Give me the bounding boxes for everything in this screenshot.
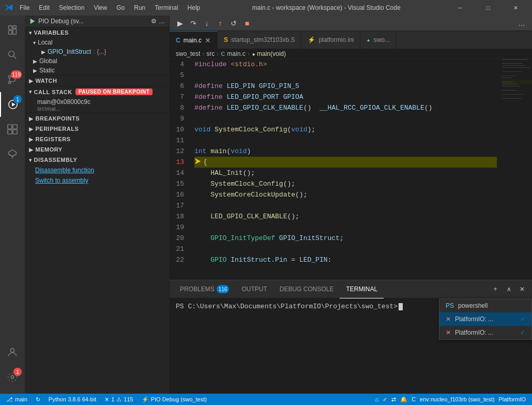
status-lang[interactable]: C (409, 396, 418, 402)
platformio1-check: ✓ (520, 316, 525, 323)
menu-run[interactable]: Run (130, 3, 149, 12)
switch-to-assembly-link[interactable]: Switch to assembly (25, 175, 169, 186)
breadcrumb-src[interactable]: src (206, 50, 215, 57)
debug-restart-btn[interactable]: ↺ (227, 17, 240, 29)
tab-problems[interactable]: PROBLEMS 116 (174, 280, 235, 298)
maximize-button[interactable]: □ (476, 0, 500, 16)
tab-platformio[interactable]: ⚡ platformio.ini (301, 31, 360, 49)
debug-settings-btn[interactable]: ⚙ (151, 18, 157, 25)
variables-global-header[interactable]: ▶ Global (25, 56, 169, 66)
peripherals-section: ▶ PERIPHERALS (25, 124, 169, 134)
terminal-platformio1-item[interactable]: ✕ PlatformIO: ... ✓ (439, 312, 531, 326)
platformio1-label: PlatformIO: ... (455, 316, 493, 323)
panel-add-btn[interactable]: + (490, 283, 501, 295)
callstack-header[interactable]: ▾ CALL STACK PAUSED ON BREAKPOINT (25, 86, 169, 97)
tab-terminal[interactable]: TERMINAL (340, 280, 384, 298)
menu-view[interactable]: View (89, 3, 111, 12)
variables-local-header[interactable]: ▾ Local (25, 38, 169, 47)
breakpoints-section: ▶ BREAKPOINTS (25, 113, 169, 124)
code-line-4: #include <stdio.h> (194, 59, 497, 70)
status-sync[interactable]: ↻ (34, 396, 42, 403)
tab-swo-label: swo... (373, 36, 389, 43)
status-platformio[interactable]: PlatformIO (496, 396, 528, 402)
peripherals-header[interactable]: ▶ PERIPHERALS (25, 124, 169, 134)
status-arrows[interactable]: ⇄ (389, 396, 398, 403)
tab-swo[interactable]: ⬥ swo... (360, 31, 396, 49)
minimize-button[interactable]: ─ (448, 0, 472, 16)
activity-scm[interactable]: 119 (0, 67, 25, 92)
output-label: OUTPUT (241, 286, 267, 293)
debug-label: PIO Debug (swo_test) (151, 396, 207, 402)
close-button[interactable]: ✕ (504, 0, 528, 16)
disassemble-function-link[interactable]: Disassemble function (25, 165, 169, 175)
status-errors[interactable]: ✕ 1 ⚠ 115 (102, 396, 135, 403)
tab-startup[interactable]: S startup_stm32f103xb.S (218, 31, 301, 49)
status-debug[interactable]: ⚡ PIO Debug (swo_test) (140, 396, 209, 403)
debug-stepout-btn[interactable]: ↑ (214, 17, 226, 29)
disassembly-section: ▾ DISASSEMBLY Disassemble function Switc… (25, 155, 169, 186)
disassembly-label: DISASSEMBLY (34, 157, 78, 163)
panel-actions: + ∧ ✕ (490, 283, 528, 295)
debug-stop-btn[interactable]: ■ (241, 17, 253, 29)
svg-rect-12 (13, 125, 17, 129)
activity-search[interactable] (0, 42, 25, 67)
platformio2-icon: ✕ (446, 329, 451, 336)
activity-settings[interactable]: 1 (0, 365, 25, 389)
status-bar: ⎇ main ↻ Python 3.8.6 64-bit ✕ 1 ⚠ 115 ⚡… (0, 394, 532, 405)
activity-account[interactable] (0, 340, 25, 365)
error-count: 1 (111, 396, 114, 402)
callstack-item[interactable]: main@0x08000c9c src\mai... (25, 97, 169, 113)
menu-help[interactable]: Help (184, 3, 205, 12)
svg-rect-3 (13, 29, 16, 34)
activity-explorer[interactable] (0, 18, 25, 42)
menu-edit[interactable]: Edit (35, 3, 54, 12)
registers-label: REGISTERS (36, 136, 71, 142)
activity-platformio[interactable] (0, 142, 25, 167)
breadcrumb-swo-test[interactable]: swo_test (176, 50, 200, 57)
status-bell[interactable]: 🔔 (398, 396, 409, 403)
status-python[interactable]: Python 3.8.6 64-bit (47, 396, 98, 402)
debug-stepover-btn[interactable]: ↷ (187, 17, 200, 29)
status-env[interactable]: env:nucleo_f103rb (swo_test) (418, 396, 496, 402)
menu-go[interactable]: Go (112, 3, 129, 12)
tab-output[interactable]: OUTPUT (235, 280, 273, 298)
debug-stepinto-btn[interactable]: ↓ (201, 17, 213, 29)
status-home[interactable]: ⌂ (373, 396, 381, 402)
code-editor[interactable]: 4 5 6 7 8 9 10 11 12 13 14 15 16 17 18 1… (170, 59, 532, 280)
code-content[interactable]: #include <stdio.h> #define LED_PIN GPIO_… (190, 59, 501, 280)
breadcrumb-main-c[interactable]: main.c (227, 50, 245, 57)
tab-main-c-label: main.c (184, 37, 202, 44)
breadcrumb-main-void[interactable]: ⬥ main(void) (252, 50, 286, 57)
registers-header[interactable]: ▶ REGISTERS (25, 134, 169, 144)
terminal-powershell-item[interactable]: PS powershell (439, 299, 531, 312)
activity-extensions[interactable] (0, 117, 25, 142)
menu-file[interactable]: File (16, 3, 34, 12)
variables-gpio-item[interactable]: ▶ GPIO_InitStruct : {...} (25, 47, 169, 56)
svg-line-5 (13, 56, 16, 58)
code-line-5 (194, 70, 497, 81)
debug-more-actions[interactable]: … (515, 17, 528, 29)
panel-close-btn[interactable]: ✕ (516, 283, 528, 295)
variables-static-header[interactable]: ▶ Static (25, 66, 169, 75)
memory-header[interactable]: ▶ MEMORY (25, 144, 169, 155)
tab-main-c[interactable]: C main.c ✕ (170, 31, 218, 49)
tab-debug-console[interactable]: DEBUG CONSOLE (273, 280, 340, 298)
powershell-icon: PS (446, 302, 454, 309)
terminal-platformio2-item[interactable]: ✕ PlatformIO: ... ✓ (439, 326, 531, 339)
menu-selection[interactable]: Selection (55, 3, 88, 12)
disassembly-header[interactable]: ▾ DISASSEMBLY (25, 155, 169, 165)
debug-continue-btn[interactable]: ▶ (174, 17, 186, 29)
tab-main-c-close[interactable]: ✕ (205, 36, 211, 44)
title-bar-left: File Edit Selection View Go Run Terminal… (4, 3, 204, 12)
breakpoints-header[interactable]: ▶ BREAKPOINTS (25, 113, 169, 124)
callstack-func: main@0x08000c9c (37, 98, 165, 106)
debug-more-btn[interactable]: … (159, 18, 165, 25)
status-ok[interactable]: ✓ (381, 396, 389, 403)
panel-maximize-btn[interactable]: ∧ (503, 283, 514, 295)
watch-header[interactable]: ▶ WATCH (25, 76, 169, 86)
activity-debug[interactable]: 1 (0, 92, 25, 117)
menu-terminal[interactable]: Terminal (150, 3, 182, 12)
code-line-9 (194, 113, 497, 124)
status-branch[interactable]: ⎇ main (4, 396, 29, 403)
variables-header[interactable]: ▾ VARIABLES (25, 27, 169, 38)
